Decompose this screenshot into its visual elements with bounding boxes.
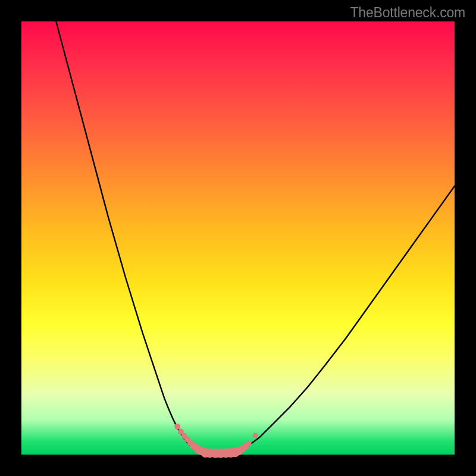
marker-layer [174,424,258,458]
right-markers-dot [246,441,252,446]
left-markers-dot [174,424,180,430]
chart-svg [21,21,455,455]
line-layer [56,21,455,453]
chart-frame: TheBottleneck.com [0,0,476,476]
right-solo-dot-dot [253,433,258,438]
bottleneck-curve [56,21,455,453]
watermark-label: TheBottleneck.com [350,5,465,21]
